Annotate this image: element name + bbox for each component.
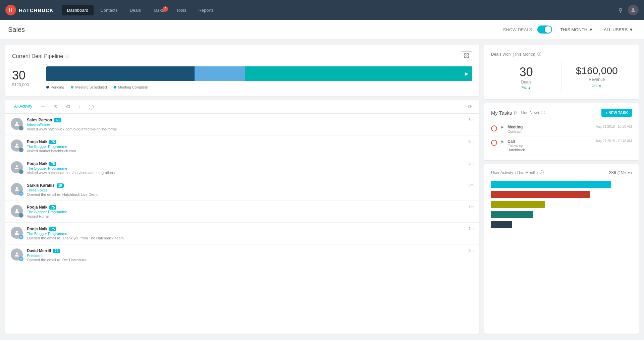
search-icon[interactable]: ⚲ [619,7,623,13]
bar-complete: ► [245,66,472,81]
new-task-button[interactable]: + NEW TASK [601,109,632,117]
activity-name: Sarkis Karakis 19 [27,183,465,188]
activity-content: Pooja Naik 75 The Blogger Programme Visi… [27,139,465,153]
nav-item-deals[interactable]: Deals [124,5,146,15]
avatar-activity-icon: ✉ [19,257,23,261]
avatar-activity-icon: ✉ [19,235,23,239]
show-deals-toggle[interactable] [537,25,552,34]
logo-icon: H [5,5,16,15]
activity-company[interactable]: The Blogger Programme [27,210,465,214]
tasks-info-icon[interactable]: ⓘ [541,110,545,116]
call-icon: ⚑ [500,140,504,145]
activity-company[interactable]: Three Foxes [27,188,465,192]
tab-upload-icon[interactable]: ↑ [98,101,108,113]
svg-point-10 [16,231,18,233]
activity-action: Opened the email re: Thank you from The … [27,236,465,240]
nav-item-reports[interactable]: Reports [193,5,219,15]
deals-won-info-icon[interactable]: ⓘ [537,51,541,57]
activity-feed: All Activity ☰ ✉ 🏷 ↓ ◯ ↑ ⟳ 🌐 [5,100,479,334]
activity-content: Pooja Naik 75 The Blogger Programme Visi… [27,161,465,175]
activity-content: Sarkis Karakis 19 Three Foxes Opened the… [27,183,465,196]
page-header: Sales SHOW DEALS THIS MONTH ▼ ALL USERS … [0,20,644,39]
meeting-icon: ⚑ [500,125,504,130]
tab-circle-icon[interactable]: ◯ [85,101,98,113]
bar-meeting [195,66,245,81]
activity-content: Sales Person 68 InfusionPoints Visited w… [27,118,465,131]
nav-item-tasks[interactable]: Tasks2 [148,5,169,15]
activity-name: Pooja Naik 75 [27,139,465,144]
task-checkbox[interactable] [491,125,497,131]
bar-row-4 [491,211,632,218]
bar-fill-olive [491,201,545,208]
task-name: Contract [507,129,592,133]
tab-all-activity[interactable]: All Activity [9,100,37,113]
tabs-header: All Activity ☰ ✉ 🏷 ↓ ◯ ↑ ⟳ [5,100,479,114]
header-controls: SHOW DEALS THIS MONTH ▼ ALL USERS ▼ [503,25,636,34]
pipeline-body: 30 $123,000 ► Pending [12,66,472,89]
activity-company[interactable]: The Blogger Programme [27,166,465,170]
my-tasks-card: My Tasks (2 - Due Now) ⓘ + NEW TASK ⚑ Me… [484,103,639,160]
deals-label: Deals [494,80,559,84]
activity-action: Visited Home [27,214,465,218]
bar-chart [491,181,632,228]
pipeline-header: Current Deal Pipeline ⓘ [12,51,472,61]
nav-item-tools[interactable]: Tools [171,5,192,15]
svg-rect-1 [465,54,466,55]
all-users-filter[interactable]: ALL USERS ▼ [601,26,636,34]
nav-item-dashboard[interactable]: Dashboard [62,5,94,15]
activity-company[interactable]: President [27,253,465,258]
task-item: ⚑ Meeting Contract Aug 21 2018 - 10:50 A… [491,122,632,136]
page-title: Sales [8,26,503,34]
task-name: Follow up [507,144,592,148]
svg-point-0 [632,8,634,10]
score-badge: 19 [57,183,64,188]
pipeline-bars: ► [46,66,472,81]
bar-fill-pink [491,191,590,198]
bar-pending [46,66,195,81]
tab-email-icon[interactable]: ✉ [49,101,61,113]
activity-company[interactable]: The Blogger Programme [27,232,465,236]
svg-point-11 [16,252,18,254]
this-month-filter[interactable]: THIS MONTH ▼ [557,26,596,34]
pipeline-title: Current Deal Pipeline ⓘ [12,53,69,59]
ua-info-icon[interactable]: ⓘ [540,170,544,175]
score-badge: 75 [49,227,56,231]
activity-content: Pooja Naik 75 The Blogger Programme Open… [27,227,465,240]
logo[interactable]: H HATCHBUCK [5,5,54,15]
score-badge: 22 [53,249,60,253]
activity-action: Visited www.hatchbuck.com/services-and-i… [27,171,465,175]
activity-content: David Merrill 22 President Opened the em… [27,248,465,262]
activity-company[interactable]: InfusionPoints [27,123,465,127]
activity-action: Opened the email re: Hatchbuck Live Demo [27,192,465,196]
task-content: Meeting Contract [507,125,592,133]
activity-time: 6m [469,183,474,187]
pipeline-expand-button[interactable] [461,51,472,61]
tasks-badge: 2 [163,6,168,12]
legend-dot-complete [114,86,116,89]
avatar: 🌐 [11,118,23,130]
task-content: Call Follow up Hatchbuck [507,139,592,152]
avatar: 🌐 [11,161,23,173]
tab-note-icon[interactable]: ☰ [37,101,49,113]
task-checkbox[interactable] [491,140,497,146]
activity-content: Pooja Naik 75 The Blogger Programme Visi… [27,205,465,218]
pipeline-legend: Pending Meeting Scheduled Meeting Comple… [46,85,472,89]
right-panel: Deals Won (This Month) ⓘ 30 Deals 7% ▲ $… [484,45,639,334]
avatar: 🌐 [11,139,23,152]
tab-tag-icon[interactable]: 🏷 [61,101,74,113]
activity-action: Visited market.hatchbuck.com [27,149,465,153]
list-item: 🌐 Pooja Naik 75 The Blogger Programme Vi… [5,157,479,179]
task-company: Hatchbuck [507,148,592,152]
legend-meeting-complete: Meeting Complete [114,85,148,89]
tab-download-icon[interactable]: ↓ [74,101,85,113]
bar-fill-teal [491,211,533,218]
score-badge: 75 [49,205,56,210]
list-item: 🌐 Sales Person 68 InfusionPoints Visited… [5,114,479,135]
avatar-activity-icon: 🌐 [19,126,23,130]
nav-item-contacts[interactable]: Contacts [95,5,123,15]
pipeline-info-icon[interactable]: ⓘ [65,53,69,59]
list-item: 🌐 Pooja Naik 75 The Blogger Programme Vi… [5,201,479,223]
user-avatar[interactable] [628,5,639,15]
refresh-icon[interactable]: ⟳ [465,101,475,112]
activity-company[interactable]: The Blogger Programme [27,145,465,149]
